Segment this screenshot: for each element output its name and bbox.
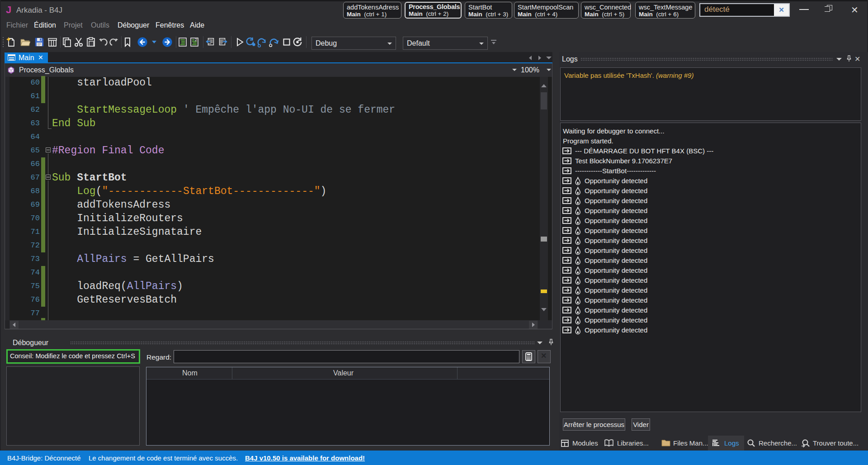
svg-text:2: 2 xyxy=(195,38,197,42)
